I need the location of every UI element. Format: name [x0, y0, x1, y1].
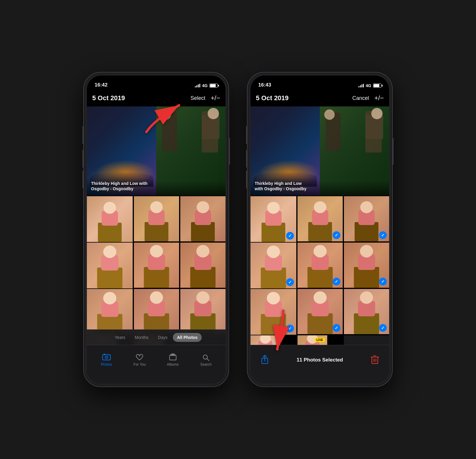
photo-cell-r1[interactable]: ✓ [250, 196, 296, 242]
selection-badge-r7: ✓ [286, 325, 294, 332]
status-time-right: 16:43 [258, 82, 271, 88]
tab-bar-left: Photos For You [87, 345, 226, 383]
photos-icon-svg [102, 353, 111, 361]
search-tab-icon [201, 353, 210, 361]
signal-bar-2 [196, 85, 197, 87]
photo-cell-7[interactable] [87, 289, 133, 335]
photo-cell-9[interactable] [180, 289, 226, 334]
content-area-left: Thirkleby High and Low with Osgodby - Os… [87, 90, 226, 345]
albums-tab-icon [168, 353, 177, 361]
share-icon-svg [260, 355, 269, 365]
photo-grid-row1-left [87, 196, 226, 242]
content-area-right: Thirkleby High and Lowwith Osgodby - Osg… [250, 90, 389, 345]
svg-line-8 [207, 359, 209, 361]
signal-bar-3 [198, 84, 199, 87]
photo-cell-r10[interactable]: ✓ [250, 335, 280, 345]
photo-grid-row2-left [87, 243, 226, 288]
network-type-left: 4G [202, 83, 208, 88]
svg-point-2 [106, 357, 107, 358]
photo-cell-r2[interactable]: ✓ [298, 196, 343, 241]
battery-fill-left [210, 84, 216, 87]
notch-right [296, 76, 344, 85]
battery-icon-right [373, 84, 381, 88]
trash-icon-svg [370, 355, 379, 365]
photo-cell-3[interactable] [180, 196, 226, 241]
lib-tab-all-photos[interactable]: All Photos [173, 333, 202, 342]
checkmark-r7: ✓ [288, 326, 292, 331]
trash-button[interactable] [369, 355, 380, 365]
nav-header-left: 5 Oct 2019 Select +/− [87, 90, 226, 106]
photo-cell-8[interactable] [134, 289, 179, 334]
photo-cell-r3[interactable]: ✓ [344, 196, 389, 241]
phone-right: 16:43 4G 5 Oct 2019 Cancel +/− [247, 72, 393, 387]
lib-tab-years[interactable]: Years [111, 333, 129, 342]
select-button[interactable]: Select [190, 95, 205, 101]
lib-tab-months[interactable]: Months [131, 333, 153, 342]
selection-badge-r2: ✓ [333, 231, 340, 239]
plus-minus-button-right[interactable]: +/− [374, 94, 384, 102]
tab-search[interactable]: Search [190, 353, 223, 367]
selection-badge-r6: ✓ [379, 278, 387, 285]
photo-cell-4[interactable] [87, 243, 133, 288]
lib-tab-days[interactable]: Days [154, 333, 172, 342]
selection-badge-r5: ✓ [333, 278, 340, 285]
signal-bars-right [358, 84, 364, 87]
battery-fill-right [374, 84, 379, 87]
photo-cell-r6[interactable]: ✓ [344, 243, 389, 288]
checkmark-r9: ✓ [381, 326, 385, 330]
photo-grid-row4-right: ✓ ✓ LIVE [250, 335, 389, 345]
photo-cell-r5[interactable]: ✓ [298, 243, 343, 288]
photo-cell-6[interactable] [180, 243, 226, 288]
albums-icon-svg [168, 353, 177, 361]
notch-left [132, 76, 180, 85]
photos-tab-icon [102, 353, 111, 361]
photo-cell-r9[interactable]: ✓ [344, 289, 389, 334]
photo-cell-r4[interactable]: ✓ [250, 243, 296, 288]
for-you-tab-icon [135, 353, 144, 361]
phone-screen-left: 16:42 4G 5 Oct 2019 Select +/− [87, 76, 226, 383]
checkmark-r4: ✓ [288, 280, 292, 284]
header-date-left: 5 Oct 2019 [92, 94, 125, 102]
hero-image-left[interactable]: Thirkleby High and Low with Osgodby - Os… [87, 106, 156, 196]
hero-image-right-left[interactable]: Thirkleby High and Lowwith Osgodby - Osg… [250, 106, 320, 196]
photo-cell-r7[interactable]: ✓ [250, 289, 296, 335]
hero-section-left: Thirkleby High and Low with Osgodby - Os… [87, 106, 226, 196]
signal-bar-r4 [363, 84, 364, 87]
selected-count: 11 Photos Selected [297, 357, 343, 363]
tab-bar-content-left: Photos For You [87, 348, 226, 372]
signal-bars-left [195, 84, 200, 87]
photo-grid-row3-right: ✓ ✓ ✓ [250, 289, 389, 335]
photo-cell-r8[interactable]: ✓ [298, 289, 343, 334]
tab-albums[interactable]: Albums [156, 353, 190, 367]
action-bar-right: 11 Photos Selected [250, 345, 389, 383]
svg-rect-3 [104, 354, 105, 355]
signal-bar-4 [199, 84, 200, 87]
selection-badge-r9: ✓ [379, 324, 387, 332]
header-date-right: 5 Oct 2019 [256, 94, 289, 102]
library-tabs-left: Years Months Days All Photos [87, 329, 226, 345]
phone-left: 16:42 4G 5 Oct 2019 Select +/− [83, 72, 229, 387]
nav-actions-left: Select +/− [190, 94, 220, 102]
selection-badge-r8: ✓ [333, 324, 340, 332]
hero-section-right: Thirkleby High and Lowwith Osgodby - Osg… [250, 106, 389, 196]
checkmark-r3: ✓ [381, 233, 385, 237]
photo-cell-2[interactable] [134, 196, 179, 241]
photo-cell-5[interactable] [134, 243, 179, 288]
status-time-left: 16:42 [95, 82, 107, 88]
tab-for-you-label: For You [134, 362, 146, 367]
checkmark-r1: ✓ [288, 234, 292, 238]
hero-image-right-panel[interactable] [156, 106, 226, 196]
cancel-button[interactable]: Cancel [352, 95, 369, 101]
action-bar-content: 11 Photos Selected [250, 348, 389, 372]
checkmark-r2: ✓ [335, 233, 338, 237]
tab-for-you[interactable]: For You [123, 353, 156, 367]
tab-albums-label: Albums [167, 362, 179, 367]
plus-minus-button-left[interactable]: +/− [211, 94, 220, 102]
photo-cell-r11[interactable]: ✓ LIVE [298, 335, 327, 345]
photo-grid-row2-right: ✓ ✓ ✓ [250, 243, 389, 288]
tab-photos[interactable]: Photos [90, 353, 123, 367]
share-button[interactable] [259, 355, 270, 365]
hero-bg-left: Thirkleby High and Low with Osgodby - Os… [87, 106, 226, 196]
hero-image-right-right[interactable] [320, 106, 389, 196]
photo-cell-1[interactable] [87, 196, 133, 242]
